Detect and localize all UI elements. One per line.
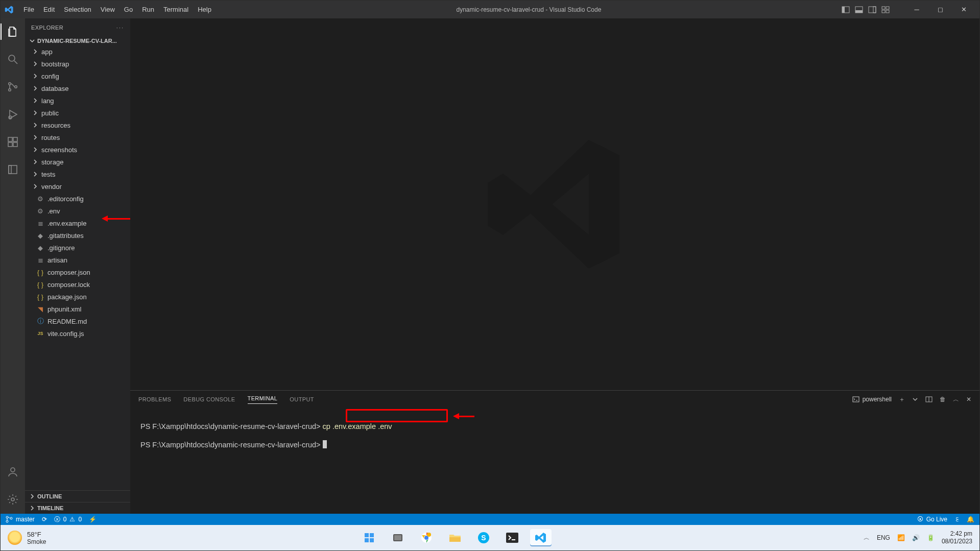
folder-label: screenshots bbox=[41, 146, 77, 154]
section-timeline[interactable]: TIMELINE bbox=[25, 502, 130, 514]
file-phpunit-xml[interactable]: ◥phpunit.xml bbox=[25, 303, 130, 315]
tray-battery-icon[interactable]: 🔋 bbox=[927, 534, 935, 541]
split-terminal-icon[interactable] bbox=[925, 396, 933, 403]
chevron-right-icon bbox=[32, 110, 37, 116]
taskbar-weather[interactable]: 58°F Smoke bbox=[8, 531, 46, 545]
folder-tests[interactable]: tests bbox=[25, 168, 130, 180]
status-golive[interactable]: ⦿ Go Live bbox=[917, 516, 947, 523]
file-artisan[interactable]: ≣artisan bbox=[25, 254, 130, 266]
annotation-arrow-cmd bbox=[453, 413, 474, 419]
tab-output[interactable]: OUTPUT bbox=[290, 396, 314, 402]
menu-file[interactable]: File bbox=[19, 1, 39, 18]
tray-language[interactable]: ENG bbox=[877, 534, 890, 541]
status-error-count: 0 bbox=[63, 516, 67, 523]
status-bell-icon[interactable]: 🔔 bbox=[967, 516, 974, 523]
tray-clock[interactable]: 2:42 pm 08/01/2023 bbox=[942, 530, 972, 545]
svg-rect-16 bbox=[8, 137, 12, 141]
status-branch[interactable]: master bbox=[6, 516, 35, 523]
new-terminal-icon[interactable]: ＋ bbox=[899, 395, 905, 404]
folder-app[interactable]: app bbox=[25, 45, 130, 58]
svg-point-29 bbox=[10, 517, 12, 519]
activity-run-debug[interactable] bbox=[1, 106, 25, 123]
toggle-secondary-sidebar-icon[interactable] bbox=[868, 6, 876, 14]
folder-database[interactable]: database bbox=[25, 82, 130, 94]
project-header[interactable]: DYNAMIC-RESUME-CV-LAR... bbox=[25, 36, 130, 45]
terminal-body[interactable]: PS F:\Xampp\htdocs\dynamic-resume-cv-lar… bbox=[130, 408, 979, 514]
menu-selection[interactable]: Selection bbox=[59, 1, 95, 18]
folder-vendor[interactable]: vendor bbox=[25, 180, 130, 193]
status-feedback-icon[interactable]: ⫕ bbox=[955, 516, 959, 523]
sidebar-header: EXPLORER ··· bbox=[25, 18, 130, 36]
folder-bootstrap[interactable]: bootstrap bbox=[25, 58, 130, 70]
close-button[interactable]: ✕ bbox=[952, 1, 975, 18]
taskbar-skype[interactable]: S bbox=[473, 529, 494, 546]
file-composer-lock[interactable]: { }composer.lock bbox=[25, 278, 130, 291]
activity-search[interactable] bbox=[1, 51, 25, 67]
folder-resources[interactable]: resources bbox=[25, 119, 130, 131]
svg-rect-31 bbox=[370, 533, 374, 537]
terminal-command: cp .env.example .env bbox=[323, 422, 392, 430]
git-branch-icon bbox=[6, 516, 13, 523]
customize-layout-icon[interactable] bbox=[881, 6, 890, 14]
menu-terminal[interactable]: Terminal bbox=[159, 1, 193, 18]
minimize-button[interactable]: ─ bbox=[905, 1, 928, 18]
panel-close-icon[interactable]: ✕ bbox=[966, 396, 971, 403]
activity-settings[interactable] bbox=[1, 491, 25, 508]
taskbar-terminal[interactable] bbox=[501, 529, 523, 546]
status-port-icon[interactable]: ⚡ bbox=[89, 516, 97, 523]
svg-rect-35 bbox=[394, 535, 401, 540]
file--editorconfig[interactable]: ⚙.editorconfig bbox=[25, 193, 130, 205]
taskbar-start[interactable] bbox=[358, 529, 380, 546]
activity-scm[interactable] bbox=[1, 79, 25, 95]
section-outline[interactable]: OUTLINE bbox=[25, 490, 130, 502]
menu-run[interactable]: Run bbox=[137, 1, 159, 18]
activity-extensions[interactable] bbox=[1, 134, 25, 150]
menu-help[interactable]: Help bbox=[193, 1, 216, 18]
activity-explorer[interactable] bbox=[1, 23, 25, 40]
terminal-dropdown-icon[interactable] bbox=[912, 396, 918, 402]
file-composer-json[interactable]: { }composer.json bbox=[25, 266, 130, 278]
taskbar-chrome[interactable] bbox=[416, 529, 437, 546]
taskbar-vscode[interactable] bbox=[530, 529, 552, 546]
tab-terminal[interactable]: TERMINAL bbox=[248, 395, 278, 404]
menu-go[interactable]: Go bbox=[119, 1, 137, 18]
tray-wifi-icon[interactable]: 📶 bbox=[897, 534, 905, 541]
file-package-json[interactable]: { }package.json bbox=[25, 291, 130, 303]
sidebar-more-icon[interactable]: ··· bbox=[116, 25, 124, 31]
toggle-primary-sidebar-icon[interactable] bbox=[842, 6, 850, 14]
tray-chevron-icon[interactable]: ︿ bbox=[864, 534, 870, 542]
warning-icon: ⚠ bbox=[69, 516, 75, 523]
sidebar-footer: OUTLINE TIMELINE bbox=[25, 490, 130, 514]
taskbar-center: S bbox=[46, 529, 864, 546]
activity-accounts[interactable] bbox=[1, 464, 25, 480]
svg-rect-17 bbox=[8, 142, 12, 147]
folder-public[interactable]: public bbox=[25, 107, 130, 119]
toggle-panel-icon[interactable] bbox=[855, 6, 863, 14]
panel-maximize-icon[interactable]: ︿ bbox=[953, 395, 959, 404]
tab-problems[interactable]: PROBLEMS bbox=[138, 396, 171, 402]
menu-edit[interactable]: Edit bbox=[39, 1, 59, 18]
folder-config[interactable]: config bbox=[25, 70, 130, 82]
activity-extra[interactable] bbox=[1, 161, 25, 178]
maximize-button[interactable]: ◻ bbox=[928, 1, 952, 18]
file--gitattributes[interactable]: ◆.gitattributes bbox=[25, 229, 130, 242]
tab-debug-console[interactable]: DEBUG CONSOLE bbox=[183, 396, 235, 402]
status-sync-icon[interactable]: ⟳ bbox=[42, 516, 47, 523]
taskbar-explorer[interactable] bbox=[444, 529, 466, 546]
file-README-md[interactable]: ⓘREADME.md bbox=[25, 315, 130, 327]
taskbar-taskview[interactable] bbox=[387, 529, 409, 546]
tray-volume-icon[interactable]: 🔊 bbox=[912, 534, 920, 541]
folder-lang[interactable]: lang bbox=[25, 94, 130, 107]
folder-storage[interactable]: storage bbox=[25, 156, 130, 168]
svg-rect-24 bbox=[853, 397, 859, 402]
file-vite-config-js[interactable]: JSvite.config.js bbox=[25, 327, 130, 340]
folder-screenshots[interactable]: screenshots bbox=[25, 143, 130, 156]
file--gitignore[interactable]: ◆.gitignore bbox=[25, 242, 130, 254]
folder-routes[interactable]: routes bbox=[25, 131, 130, 143]
kill-terminal-icon[interactable]: 🗑 bbox=[940, 396, 946, 403]
chevron-right-icon bbox=[32, 183, 37, 189]
braces-icon: { } bbox=[36, 281, 44, 289]
status-problems[interactable]: ⓧ0 ⚠0 bbox=[54, 515, 82, 524]
menu-view[interactable]: View bbox=[96, 1, 119, 18]
terminal-shell-indicator[interactable]: powershell bbox=[852, 396, 892, 403]
